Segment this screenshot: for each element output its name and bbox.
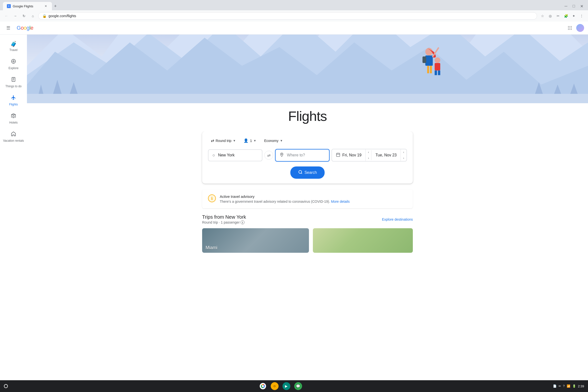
trips-info-icon[interactable]: ℹ: [241, 220, 245, 224]
address-text: google.com/flights: [48, 14, 76, 18]
destination-card-map[interactable]: [313, 228, 413, 253]
forward-button[interactable]: →: [12, 12, 19, 19]
swap-button[interactable]: ⇄: [264, 151, 273, 160]
maximize-button[interactable]: □: [570, 3, 577, 10]
depart-date-nav: ‹ ›: [365, 149, 371, 161]
taskbar-indicator: [4, 384, 8, 388]
svg-point-0: [568, 26, 569, 27]
taskbar-time: 2:39: [578, 384, 584, 388]
wifi-icon: 📶: [567, 384, 570, 388]
trips-title: Trips from New York: [202, 214, 246, 220]
destination-text-input[interactable]: [287, 153, 325, 158]
google-logo: Google: [17, 25, 33, 31]
svg-point-31: [435, 57, 440, 63]
trips-info: Trips from New York Round trip · 1 passe…: [202, 214, 246, 224]
user-avatar[interactable]: [576, 24, 584, 32]
sidebar-label-travel: Travel: [9, 48, 18, 52]
things-to-do-icon: [11, 77, 16, 84]
refresh-button[interactable]: ↻: [20, 12, 27, 19]
search-button-wrap: Search: [208, 166, 407, 179]
profile-icon[interactable]: ◎: [547, 12, 554, 19]
svg-rect-30: [422, 56, 426, 63]
person-icon: 👤: [244, 138, 249, 143]
sidebar-label-explore: Explore: [8, 66, 19, 70]
tab-favicon: ✈: [7, 4, 11, 8]
toolbar-actions: ☆ ◎ ✂ 🧩 ✦ ⋮: [539, 12, 585, 19]
svg-rect-29: [430, 66, 432, 73]
close-window-button[interactable]: ✕: [578, 3, 585, 10]
hero-illustration: [27, 34, 588, 103]
tab-close-button[interactable]: ✕: [44, 4, 48, 8]
return-next-button[interactable]: ›: [401, 155, 406, 161]
address-bar[interactable]: 🔒 google.com/flights: [38, 12, 537, 20]
trips-section: Trips from New York Round trip · 1 passe…: [202, 214, 413, 258]
explore-destinations-link[interactable]: Explore destinations: [382, 218, 413, 221]
return-date-field[interactable]: Tue, Nov 23: [371, 150, 401, 160]
sidebar-label-vacation-rentals: Vacation rentals: [3, 139, 24, 142]
return-date-value: Tue, Nov 23: [375, 153, 397, 158]
puzzle-icon[interactable]: 🧩: [563, 12, 569, 19]
sidebar-item-flights[interactable]: Flights: [0, 92, 27, 110]
depart-date-field[interactable]: Fri, Nov 19: [332, 150, 365, 161]
sidebar-item-vacation-rentals[interactable]: Vacation rentals: [0, 128, 27, 146]
destination-input[interactable]: [275, 149, 329, 162]
return-prev-button[interactable]: ‹: [401, 149, 406, 155]
sidebar-label-flights: Flights: [9, 103, 18, 106]
taskbar: ○ ▶ 💬 📄 ✏ ? 📶 🔋 2:39: [0, 380, 588, 392]
svg-rect-25: [27, 94, 588, 103]
trip-type-label: Round trip: [216, 139, 232, 143]
taskbar-app-orange[interactable]: ○: [271, 382, 279, 390]
help-icon[interactable]: ?: [563, 384, 565, 388]
destination-card-miami[interactable]: Miami: [202, 228, 309, 253]
trip-type-button[interactable]: ⇄ Round trip ▼: [208, 136, 239, 145]
taskbar-chrome[interactable]: [259, 382, 267, 390]
page-icon[interactable]: 📄: [553, 384, 557, 388]
trips-subtitle: Round trip · 1 passenger ℹ: [202, 220, 246, 224]
google-header: ☰ Google: [0, 22, 588, 34]
bookmark-icon[interactable]: ☆: [539, 12, 546, 19]
trips-header: Trips from New York Round trip · 1 passe…: [202, 214, 413, 224]
swap-icon: ⇄: [211, 138, 214, 143]
svg-rect-41: [336, 153, 340, 157]
page-title: Flights: [27, 108, 588, 124]
origin-input[interactable]: ○ New York: [208, 149, 262, 161]
dest-location-icon: [280, 152, 284, 158]
new-tab-button[interactable]: +: [52, 3, 59, 10]
sidebar-item-explore[interactable]: Explore: [0, 55, 27, 73]
home-button[interactable]: ⌂: [29, 12, 36, 19]
taskbar-chat[interactable]: 💬: [294, 382, 302, 390]
sidebar-item-things-to-do[interactable]: Things to do: [0, 73, 27, 92]
menu-dots-icon[interactable]: ⋮: [578, 12, 585, 19]
svg-point-8: [571, 29, 572, 30]
taskbar-center: ○ ▶ 💬: [259, 382, 302, 390]
pen-icon[interactable]: ✏: [559, 384, 561, 388]
cabin-class-button[interactable]: Economy ▼: [261, 137, 286, 145]
svg-point-7: [570, 29, 570, 30]
browser-toolbar: ← → ↻ ⌂ 🔒 google.com/flights ☆ ◎ ✂ 🧩 ✦ ⋮: [0, 10, 588, 22]
hamburger-menu[interactable]: ☰: [4, 24, 13, 32]
advisory-section: ℹ Active travel advisory There's a gover…: [202, 190, 413, 208]
content-area: Flights ⇄ Round trip ▼ 👤: [27, 34, 588, 268]
minimize-button[interactable]: ─: [563, 3, 569, 10]
advisory-more-details-link[interactable]: More details: [331, 200, 350, 204]
search-options: ⇄ Round trip ▼ 👤 1 ▼ Economy ▼: [208, 136, 407, 145]
depart-prev-button[interactable]: ‹: [365, 149, 371, 155]
browser-tab[interactable]: ✈ Google Flights ✕: [3, 2, 52, 10]
svg-point-5: [571, 28, 572, 28]
sidebar-item-hotels[interactable]: Hotels: [0, 110, 27, 128]
depart-next-button[interactable]: ›: [365, 155, 371, 161]
flights-icon: [11, 95, 16, 102]
google-apps-icon[interactable]: [566, 24, 574, 32]
back-button[interactable]: ←: [3, 12, 10, 19]
svg-point-2: [571, 26, 572, 27]
search-button[interactable]: Search: [290, 166, 325, 179]
taskbar-meet[interactable]: ▶: [283, 382, 290, 390]
svg-rect-33: [435, 70, 437, 75]
passengers-button[interactable]: 👤 1 ▼: [241, 136, 259, 145]
sidebar-item-travel[interactable]: 🧳 Travel: [0, 38, 27, 55]
scissors-icon[interactable]: ✂: [555, 12, 562, 19]
svg-rect-32: [435, 63, 440, 70]
extension-icon[interactable]: ✦: [570, 12, 577, 19]
advisory-icon: ℹ: [208, 194, 216, 202]
taskbar-right: 📄 ✏ ? 📶 🔋 2:39: [553, 384, 584, 388]
